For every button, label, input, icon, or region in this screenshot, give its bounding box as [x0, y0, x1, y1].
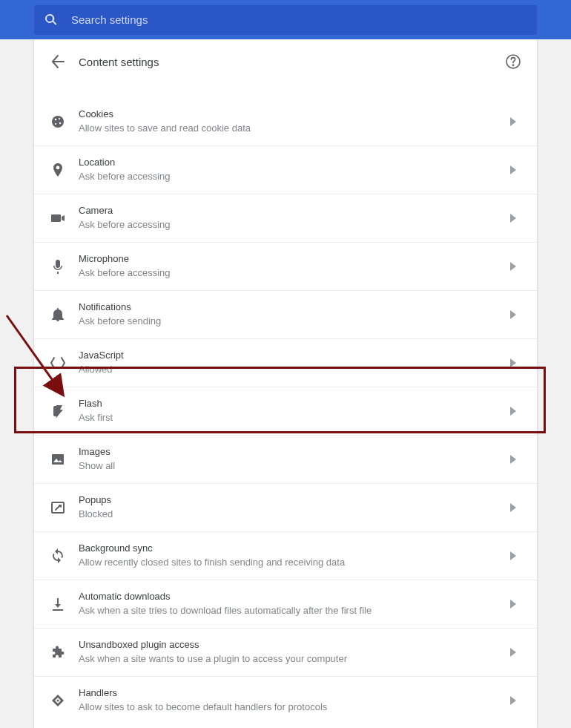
row-title: Images [79, 446, 510, 459]
row-title: Handlers [79, 687, 510, 700]
camera-icon [50, 211, 65, 226]
chevron-right-icon [510, 407, 516, 416]
row-title: Camera [79, 205, 510, 217]
notifications-icon [50, 307, 65, 322]
row-texts: ImagesShow all [79, 446, 510, 473]
chevron-right-icon [510, 696, 516, 705]
row-subtitle: Allow sites to ask to become default han… [79, 701, 510, 714]
row-texts: LocationAsk before accessing [79, 157, 510, 183]
plugin-icon [50, 645, 65, 660]
content-settings-list: CookiesAllow sites to save and read cook… [34, 97, 537, 724]
images-icon [50, 452, 65, 467]
handlers-icon [50, 693, 65, 708]
settings-row-location[interactable]: LocationAsk before accessing [34, 145, 537, 194]
location-icon [50, 163, 65, 177]
chevron-right-icon [510, 455, 516, 464]
row-texts: FlashAsk first [79, 398, 510, 424]
row-title: Unsandboxed plugin access [79, 639, 510, 652]
chevron-right-icon [510, 310, 516, 319]
row-subtitle: Blocked [79, 508, 510, 521]
row-subtitle: Ask before accessing [79, 219, 510, 232]
chevron-right-icon [510, 214, 516, 223]
row-title: Microphone [79, 253, 510, 266]
settings-panel: Content settings CookiesAllow sites to s… [34, 39, 537, 728]
row-subtitle: Ask before accessing [79, 171, 510, 183]
row-subtitle: Ask when a site tries to download files … [79, 605, 510, 617]
settings-row-flash[interactable]: FlashAsk first [34, 387, 537, 435]
settings-row-images[interactable]: ImagesShow all [34, 435, 537, 483]
row-title: Popups [79, 494, 510, 507]
row-title: Cookies [79, 108, 510, 121]
row-subtitle: Allow recently closed sites to finish se… [79, 557, 510, 569]
chevron-right-icon [510, 117, 516, 126]
search-icon [44, 13, 58, 27]
settings-row-background-sync[interactable]: Background syncAllow recently closed sit… [34, 531, 537, 580]
row-title: Background sync [79, 542, 510, 555]
settings-row-popups[interactable]: PopupsBlocked [34, 483, 537, 531]
row-texts: CameraAsk before accessing [79, 205, 510, 232]
top-bar [0, 0, 571, 39]
chevron-right-icon [510, 648, 516, 657]
row-title: Notifications [79, 301, 510, 314]
settings-row-handlers[interactable]: HandlersAllow sites to ask to become def… [34, 676, 537, 724]
chevron-right-icon [510, 358, 516, 367]
row-subtitle: Allow sites to save and read cookie data [79, 122, 510, 135]
row-texts: MicrophoneAsk before accessing [79, 253, 510, 280]
download-icon [50, 597, 65, 611]
settings-row-cookies[interactable]: CookiesAllow sites to save and read cook… [34, 97, 537, 145]
microphone-icon [50, 259, 65, 274]
sync-icon [50, 548, 65, 563]
row-subtitle: Ask before accessing [79, 267, 510, 280]
row-texts: HandlersAllow sites to ask to become def… [79, 687, 510, 714]
search-box[interactable] [34, 5, 537, 35]
row-subtitle: Ask before sending [79, 315, 510, 328]
row-title: JavaScript [79, 350, 510, 362]
chevron-right-icon [510, 551, 516, 560]
chevron-right-icon [510, 165, 516, 174]
help-icon[interactable] [506, 54, 521, 69]
cookie-icon [50, 114, 65, 129]
flash-icon [50, 404, 65, 419]
javascript-icon [50, 355, 65, 370]
row-texts: PopupsBlocked [79, 494, 510, 521]
row-texts: Unsandboxed plugin accessAsk when a site… [79, 639, 510, 666]
panel-header: Content settings [34, 39, 537, 84]
chevron-right-icon [510, 503, 516, 512]
row-texts: Automatic downloadsAsk when a site tries… [79, 591, 510, 617]
row-texts: CookiesAllow sites to save and read cook… [79, 108, 510, 135]
chevron-right-icon [510, 600, 516, 609]
row-texts: JavaScriptAllowed [79, 350, 510, 376]
chevron-right-icon [510, 262, 516, 271]
back-arrow-icon[interactable] [50, 54, 65, 69]
settings-row-notifications[interactable]: NotificationsAsk before sending [34, 290, 537, 338]
row-subtitle: Ask when a site wants to use a plugin to… [79, 653, 510, 666]
settings-row-javascript[interactable]: JavaScriptAllowed [34, 338, 537, 387]
search-input[interactable] [71, 13, 527, 26]
row-title: Flash [79, 398, 510, 410]
settings-row-unsandboxed-plugin-access[interactable]: Unsandboxed plugin accessAsk when a site… [34, 628, 537, 676]
row-subtitle: Show all [79, 460, 510, 473]
row-texts: NotificationsAsk before sending [79, 301, 510, 328]
row-title: Location [79, 157, 510, 169]
settings-row-microphone[interactable]: MicrophoneAsk before accessing [34, 242, 537, 290]
row-subtitle: Allowed [79, 364, 510, 376]
row-title: Automatic downloads [79, 591, 510, 603]
row-subtitle: Ask first [79, 412, 510, 424]
settings-row-automatic-downloads[interactable]: Automatic downloadsAsk when a site tries… [34, 580, 537, 628]
popups-icon [50, 500, 65, 515]
settings-row-camera[interactable]: CameraAsk before accessing [34, 194, 537, 242]
row-texts: Background syncAllow recently closed sit… [79, 542, 510, 569]
page-title: Content settings [79, 56, 506, 68]
